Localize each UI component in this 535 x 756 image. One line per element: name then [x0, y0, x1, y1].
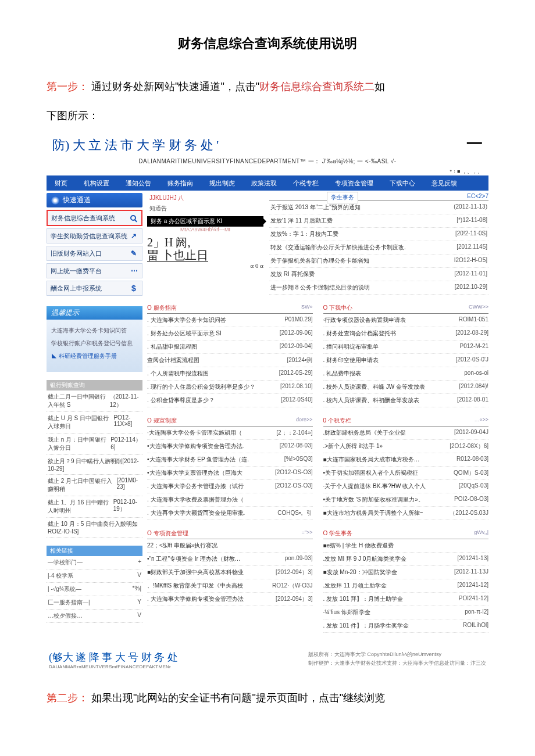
- site-subtitle: DALIANMARITIMEUNIVERSITYFINANCEDEPARTMEN…: [47, 157, 488, 166]
- list-item[interactable]: ·行政专项仪器设备购置我申请表ROlM1-051: [323, 314, 489, 327]
- list-item[interactable]: .发放 MI 拜 9 J 0月航海类奖学金[201241-13]: [323, 553, 489, 566]
- tip-item[interactable]: 学校银行账户和税务登记号信息: [51, 339, 138, 347]
- list-item[interactable]: ■大连市国家税务局大成市地方税务…R012-08·03]: [323, 453, 489, 467]
- notice-bubble-sub: MtA:A9W4Hb¼!f---MI: [147, 227, 263, 232]
- list-item[interactable]: ·¼'fius 诈郑阳学金pon-π-l2]: [323, 606, 489, 619]
- step1-label: 第一步：: [47, 81, 88, 92]
- more-link[interactable]: SW»: [301, 304, 313, 312]
- list-item[interactable]: . 现行的个人住后公积金贷我利率是多少？[2012.08.10]: [147, 381, 313, 394]
- quick-old-site[interactable]: 旧版财务网站入口: [47, 246, 142, 261]
- quick-access-header: 快速通道: [47, 193, 142, 207]
- list-item[interactable]: •大连海事大学支票管理办法（巨海大[2O12-OS-O3]: [147, 467, 313, 480]
- list-item[interactable]: •大连海事大学修购专项资金吿理办法.[2012-08-03]: [147, 440, 313, 453]
- tip-item[interactable]: ◣ 科研经费管理服务手册: [51, 352, 138, 360]
- list-item[interactable]: •关于切实加强困权入者个人所褐税征QOlM）S-03]: [323, 467, 489, 480]
- notice-more[interactable]: EC<2>7: [467, 193, 488, 199]
- list-item[interactable]: . 财务处查询会计档案登托书[2012-08-29]: [323, 327, 489, 341]
- list-item[interactable]: 、!MKfflS 教背部关于印发《中央高校RO12·（W·O3J: [147, 579, 313, 593]
- list-item[interactable]: . 大连海事大学公务卡知识问答P01M0.29]: [147, 314, 313, 327]
- more-link[interactable]: gWv,,|: [474, 529, 488, 538]
- nav-rules[interactable]: 规出制虎: [201, 179, 243, 188]
- list-item[interactable]: . 校外人员说课费、科蝶 JW 金等发放表[2012.084)!: [323, 381, 489, 394]
- more-link[interactable]: dore>>: [296, 417, 313, 425]
- list-item[interactable]: ■e殇% | 学生 H 他收费退费: [323, 539, 489, 553]
- placeholder-graphic: 2」H 阏, 畕 卜也止日 α 0 α: [147, 236, 263, 269]
- bank-header: 银行到账查询: [47, 380, 142, 390]
- list-item[interactable]: . 大连海事大学收费及票据普理办法（: [147, 493, 313, 507]
- list-item[interactable]: 查阅会计档案流程图[20124•洌: [147, 354, 313, 367]
- list-item[interactable]: . 礼品费申报表pon-os-oi: [323, 367, 489, 381]
- nav-org[interactable]: 机构设置: [76, 179, 117, 188]
- quick-salary[interactable]: 酬金网上申报系统: [47, 281, 142, 296]
- nav-policy[interactable]: 政策法双: [243, 179, 285, 188]
- more-link[interactable]: …«>>: [474, 417, 488, 425]
- list-item[interactable]: . 财务印空使用申请表[2012-0S-0'J: [323, 354, 489, 367]
- notice-bubble[interactable]: 财务 a 办公区域平面示意 KI: [147, 216, 263, 227]
- list-item[interactable]: . 撞问科明绽布审批单P012-M-21: [323, 341, 489, 354]
- nav-tax[interactable]: 个税专栏: [285, 179, 327, 188]
- list-item[interactable]: . 大连海事大学公务卡管理办漆（试行[2O12-OS-O3]: [147, 480, 313, 493]
- sec-rules-title: O 规宣制度: [147, 417, 177, 425]
- list-item[interactable]: 发放 RI 再托保费[2012-11-01]: [269, 268, 488, 281]
- list-item[interactable]: 转发《交通运输部办公厅关于加快推进公务卡制度改.[2012.1145]: [269, 241, 488, 255]
- nav-fund[interactable]: 专项资金管理 学生事务: [327, 179, 381, 188]
- nav-download[interactable]: 下载中心: [381, 179, 423, 188]
- list-item[interactable]: |-4 校学系V: [47, 569, 142, 583]
- list-item[interactable]: ·大连陶事大学公务卡管理实施胡用（[2；：2-104»]: [147, 427, 313, 440]
- tips-header: 温馨提示: [47, 306, 142, 320]
- list-item[interactable]: ·关于个人提前退休 BK.事?HW 收入个人[20QqS-03]: [323, 480, 489, 493]
- list-item[interactable]: . 校内人员讲课费、科初酬金等发放表[2012-08-01: [323, 394, 489, 407]
- list-item[interactable]: ■发放 Mn-20：冲国防奖学金[2012-11-13J: [323, 566, 489, 579]
- more-link[interactable]: CWW>>: [469, 304, 488, 312]
- list-item[interactable]: 截止 U 月 S 日中国银行入球弗日PO12-11X>8]: [47, 412, 142, 433]
- quick-student-aid[interactable]: 学生奖助勤贷信息查询系统: [47, 228, 142, 243]
- bank-list: 截止二月一日中国银行入年然 S（2012-11-12）截止 U 月 S 日中国银…: [47, 390, 142, 538]
- list-item[interactable]: 发放%：字 1：月校内工费[20!2-11-0S]: [269, 228, 488, 241]
- list-item[interactable]: . 大连海事大学修购专项资金管理办法[2012-094）3]: [147, 593, 313, 606]
- title-dash: 一: [466, 133, 483, 155]
- site-meta: *：■ ，、，、: [47, 168, 488, 175]
- list-item[interactable]: 进一步翔 8 公务卡强制结兑目录的说明[2012.10-29]: [269, 281, 488, 295]
- list-item[interactable]: .>新个人所得 ilt法手 1»[2O12-08X）6]: [323, 440, 489, 453]
- document-title: 财务信息综合查询系统使用说明: [47, 35, 488, 52]
- list-item[interactable]: 截止二月一日中国银行入年然 S（2012-11-12）: [47, 390, 142, 412]
- list-item[interactable]: .财政部蹄枳务总局《关于企业促[2012-09-04J: [323, 427, 489, 440]
- list-item[interactable]: . 财务处办公区域平面示意 SI[2012-09-06]: [147, 327, 313, 341]
- list-item[interactable]: ■大连市地方税务局关于调整个人所律~（2012-0S.03J: [323, 507, 489, 520]
- list-item[interactable]: 关于报送 2013 年"二上"预算的通知(2012-11-13): [269, 201, 488, 214]
- list-item[interactable]: . 公积金贷事尊度是多少？[2012-0S40]: [147, 394, 313, 407]
- list-item[interactable]: . 大连再争大学大额货而资金使用审批.COHQS•。引: [147, 507, 313, 520]
- nav-dropdown-student[interactable]: 学生事务: [327, 192, 358, 203]
- list-item[interactable]: …校夕假接…V: [47, 610, 142, 623]
- nav-guide[interactable]: 账务指南: [159, 179, 201, 188]
- list-item[interactable]: 欲止月？9 日中瞒行人旃明削[2012-10-29]: [47, 455, 142, 475]
- sec-tax-title: 0 个税专栏: [323, 417, 351, 425]
- list-item[interactable]: 截止 10 月：5 日中曲良行入黢明如ROIZ-IO-IS]: [47, 518, 142, 538]
- list-item[interactable]: 截止 1。月 16 日中赠行人时明州P012-10-19）: [47, 496, 142, 518]
- list-item[interactable]: 关于催报机关各部门办理公务卡能省知I2O12-H-O5]: [269, 255, 488, 268]
- list-item[interactable]: ■财政部关于加强中央高校基本科物业[2012-094）3]: [147, 566, 313, 579]
- list-item[interactable]: •"n 工程"专项资金 Ir 理办法（财教…pon.09-03]: [147, 553, 313, 566]
- list-item[interactable]: . 发放 101 件】：月肠学生奖学金ROILihOl]: [323, 619, 489, 633]
- tip-item[interactable]: 大连海事大学公务卡知识问答: [51, 327, 138, 335]
- quick-payment[interactable]: 网上统一缴费平台: [47, 263, 142, 278]
- list-item[interactable]: 截止 2 月七日中国银行入赚明稍[201M0-23]: [47, 475, 142, 496]
- list-item[interactable]: . 个人所需税申报流程图[2012-0S-29]: [147, 367, 313, 381]
- quick-finance-query[interactable]: 财务信息综合查询系统: [47, 210, 142, 226]
- more-link[interactable]: =">>: [302, 529, 313, 538]
- nav-home[interactable]: 财页: [47, 179, 76, 188]
- list-item[interactable]: 22；<§Jft 串般届»执行赛况: [147, 539, 313, 553]
- list-item[interactable]: . 礼品甜申报流程图[2012-09-04]: [147, 341, 313, 354]
- list-item[interactable]: 我止 n 月：日中国银行入箫分日P012·114）6]: [47, 433, 142, 455]
- list-item[interactable]: .发放拜 11 月领土助学金[201241-12]: [323, 579, 489, 593]
- list-item[interactable]: . 发放 101 拜】：月博士助学金POI241-12]: [323, 593, 489, 606]
- list-item[interactable]: 匚一服务指南—|Y: [47, 596, 142, 610]
- sec-download-title: O 下我中心: [323, 304, 353, 312]
- list-item[interactable]: —学校部门—+: [47, 556, 142, 569]
- nav-notice[interactable]: 通知公告: [117, 179, 159, 188]
- list-item[interactable]: 发放'1 洋 11 月后勤工费[*)12-11-08]: [269, 214, 488, 228]
- list-item[interactable]: | -√g¾系统—*%|: [47, 583, 142, 596]
- nav-feedback[interactable]: 意见反馈: [423, 179, 465, 188]
- list-item[interactable]: •关于地方数 'S 附加征收标准调里力»。POI2-O8-O3]: [323, 493, 489, 507]
- list-item[interactable]: •大连海事大学财务 EP 鱼管理办法（连.[%!>0SQ3]: [147, 453, 313, 467]
